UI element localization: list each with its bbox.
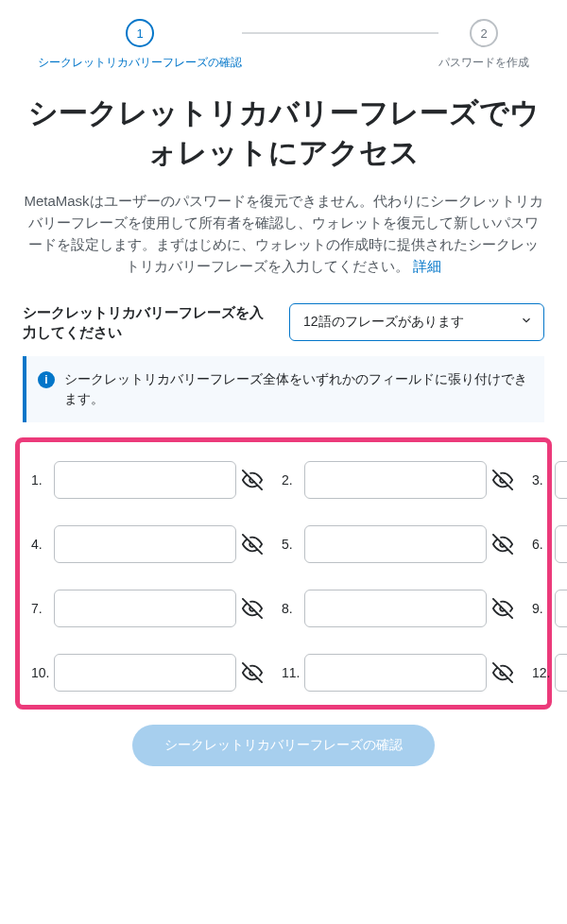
phrase-word-input-9[interactable] [555,590,567,627]
eye-off-icon[interactable] [490,532,515,556]
phrase-word-cell: 2. [282,461,515,499]
phrase-word-input-6[interactable] [555,525,567,563]
eye-off-icon[interactable] [240,596,265,621]
phrase-word-cell: 7. [31,590,265,627]
phrase-word-cell: 6. [532,525,567,563]
phrase-word-number: 8. [282,601,301,616]
phrase-word-input-11[interactable] [304,654,487,692]
phrase-word-cell: 10. [31,654,265,692]
eye-off-icon[interactable] [490,468,515,492]
step-1-label: シークレットリカバリーフレーズの確認 [38,55,242,71]
phrase-word-number: 10. [31,665,50,680]
phrase-word-input-1[interactable] [54,461,236,499]
phrase-word-number: 2. [282,472,301,488]
phrase-word-input-5[interactable] [304,525,487,563]
learn-more-link[interactable]: 詳細 [413,258,441,274]
info-banner: i シークレットリカバリーフレーズ全体をいずれかのフィールドに張り付けできます。 [23,356,544,422]
eye-off-icon[interactable] [240,532,265,556]
phrase-word-number: 1. [31,472,50,488]
step-2-circle: 2 [470,19,498,47]
phrase-word-cell: 11. [282,654,515,692]
phrase-word-number: 11. [282,665,301,680]
phrase-word-cell: 1. [31,461,265,499]
phrase-word-input-4[interactable] [54,525,236,563]
description: MetaMaskはユーザーのパスワードを復元できません。代わりにシークレットリカ… [0,190,567,302]
phrase-word-input-8[interactable] [304,590,487,627]
eye-off-icon[interactable] [490,660,515,685]
info-icon: i [38,371,55,388]
step-2: 2 パスワードを作成 [438,19,529,71]
eye-off-icon[interactable] [240,660,265,685]
phrase-word-number: 12. [532,665,551,680]
phrase-length-select[interactable]: 12語のフレーズがあります [289,303,544,341]
eye-off-icon[interactable] [490,596,515,621]
phrase-word-cell: 3. [532,461,567,499]
phrase-word-number: 5. [282,537,301,552]
progress-stepper: 1 シークレットリカバリーフレーズの確認 2 パスワードを作成 [0,0,567,80]
info-banner-text: シークレットリカバリーフレーズ全体をいずれかのフィールドに張り付けできます。 [64,369,531,409]
srp-input-label: シークレットリカバリーフレーズを入力してください [23,302,274,344]
step-1: 1 シークレットリカバリーフレーズの確認 [38,19,242,71]
step-1-circle: 1 [126,19,154,47]
phrase-word-cell: 8. [282,590,515,627]
confirm-srp-button[interactable]: シークレットリカバリーフレーズの確認 [132,725,435,766]
phrase-word-cell: 12. [532,654,567,692]
phrase-word-input-3[interactable] [555,461,567,499]
phrase-word-input-7[interactable] [54,590,236,627]
phrase-word-number: 4. [31,537,50,552]
step-connector [242,32,438,34]
eye-off-icon[interactable] [240,468,265,492]
phrase-input-area: 1.2.3.4.5.6.7.8.9.10.11.12. [15,437,552,710]
phrase-word-number: 9. [532,601,551,616]
phrase-word-number: 7. [31,601,50,616]
phrase-word-number: 3. [532,472,551,488]
phrase-word-number: 6. [532,537,551,552]
phrase-word-cell: 4. [31,525,265,563]
page-title: シークレットリカバリーフレーズでウォレットにアクセス [0,80,567,190]
phrase-word-input-10[interactable] [54,654,236,692]
phrase-length-select-value[interactable]: 12語のフレーズがあります [289,303,544,341]
phrase-word-input-12[interactable] [555,654,567,692]
description-text: MetaMaskはユーザーのパスワードを復元できません。代わりにシークレットリカ… [24,193,542,275]
phrase-word-cell: 5. [282,525,515,563]
phrase-word-cell: 9. [532,590,567,627]
step-2-label: パスワードを作成 [438,55,529,71]
phrase-word-input-2[interactable] [304,461,487,499]
